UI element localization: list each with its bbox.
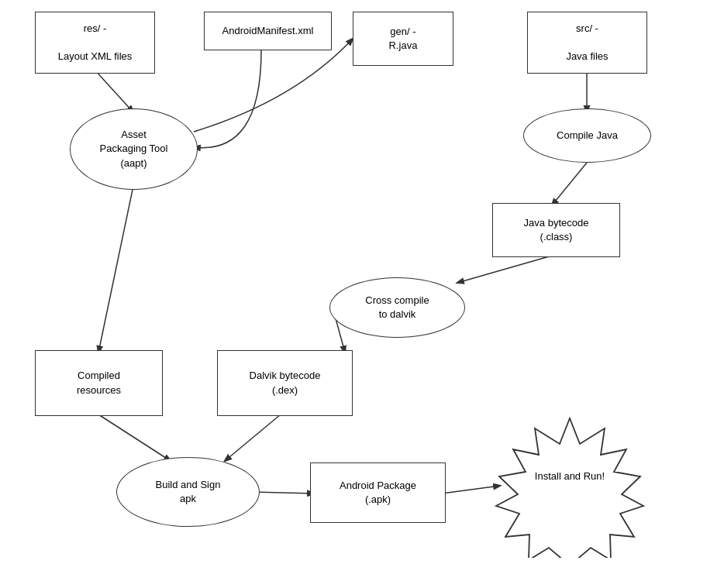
svg-marker-10 xyxy=(496,418,643,558)
node-gen: gen/ -R.java xyxy=(353,12,453,66)
node-java-bytecode: Java bytecode(.class) xyxy=(492,203,620,257)
node-compiled-resources: Compiledresources xyxy=(35,350,163,416)
node-dalvik-bytecode: Dalvik bytecode(.dex) xyxy=(217,350,353,416)
svg-line-0 xyxy=(95,70,133,112)
svg-line-2 xyxy=(552,163,587,205)
node-compile-java: Compile Java xyxy=(523,108,651,163)
svg-line-6 xyxy=(98,414,171,461)
svg-line-4 xyxy=(98,186,133,352)
node-cross-compile: Cross compileto dalvik xyxy=(329,277,465,338)
svg-line-3 xyxy=(457,256,552,283)
diagram: res/ - Layout XML files AndroidManifest.… xyxy=(0,0,724,588)
node-build-sign: Build and Signapk xyxy=(116,457,260,527)
node-android-package: Android Package(.apk) xyxy=(310,462,446,523)
svg-line-7 xyxy=(225,414,281,461)
node-install-run: Install and Run! xyxy=(488,414,651,558)
node-manifest: AndroidManifest.xml xyxy=(204,12,332,50)
svg-line-8 xyxy=(252,492,314,493)
node-res: res/ - Layout XML files xyxy=(35,12,155,74)
node-aapt: AssetPackaging Tool(aapt) xyxy=(70,108,198,190)
node-src: src/ - Java files xyxy=(527,12,647,74)
